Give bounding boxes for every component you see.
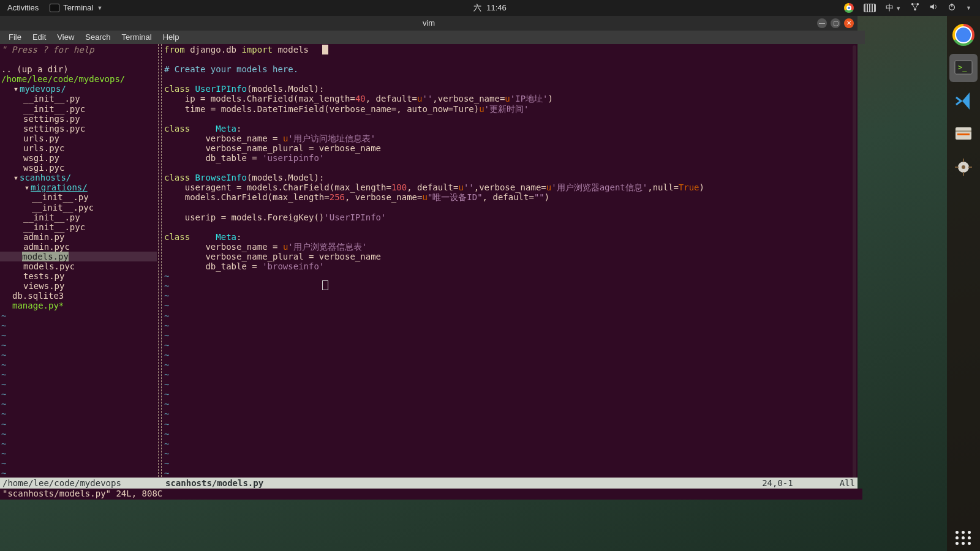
nerdtree-pane[interactable]: " Press ? for help .. (up a dir)/home/le… — [0, 44, 158, 498]
sound-icon[interactable] — [929, 2, 938, 13]
tree-item[interactable]: wsgi.pyc — [1, 163, 157, 173]
tilde: ~ — [164, 380, 855, 389]
tilde: ~ — [1, 331, 157, 340]
code-line — [164, 74, 855, 84]
dock-files[interactable] — [949, 120, 978, 148]
status-right-file: scanhosts/models.py — [163, 478, 266, 488]
clock-day: 六 — [473, 4, 481, 13]
svg-rect-9 — [957, 133, 970, 135]
menu-search[interactable]: Search — [80, 32, 115, 43]
system-menu-chevron-icon[interactable]: ▼ — [966, 5, 971, 11]
tree-item[interactable]: __init__.py — [1, 212, 157, 222]
menu-terminal[interactable]: Terminal — [117, 32, 157, 43]
tree-item[interactable]: wsgi.py — [1, 153, 157, 163]
tree-item[interactable]: urls.py — [1, 133, 157, 143]
power-icon[interactable] — [948, 2, 956, 13]
code-line: class Meta: — [164, 124, 855, 133]
tree-cwd[interactable]: /home/lee/code/mydevops/ — [1, 74, 157, 84]
app-menu-label: Terminal — [63, 4, 93, 13]
menu-help[interactable]: Help — [158, 32, 184, 43]
menu-file[interactable]: File — [4, 32, 26, 43]
tree-item[interactable]: __init__.pyc — [1, 104, 157, 114]
code-line — [164, 203, 855, 212]
tilde: ~ — [164, 439, 855, 449]
code-line: time = models.DateTimeField(verbose_name… — [164, 104, 855, 114]
vim-cmdline[interactable]: "scanhosts/models.py" 24L, 808C — [0, 489, 862, 500]
desktop: Activities Terminal ▼ 六 11:46 中 ▼ — [0, 0, 980, 551]
tilde: ~ — [1, 321, 157, 331]
dock: >_ — [947, 16, 980, 551]
tree-item[interactable]: __init__.py — [1, 192, 157, 202]
tilde: ~ — [1, 459, 157, 468]
editor-pane[interactable]: from django.db import models # Create yo… — [162, 44, 858, 498]
tilde: ~ — [164, 271, 855, 281]
menu-edit[interactable]: Edit — [28, 32, 51, 43]
svg-rect-8 — [956, 130, 971, 132]
keyboard-icon[interactable] — [864, 4, 876, 12]
tree-item[interactable]: views.py — [1, 281, 157, 291]
vim-area: " Press ? for help .. (up a dir)/home/le… — [0, 44, 858, 498]
tree-item[interactable]: manage.py* — [1, 301, 157, 310]
tilde: ~ — [164, 370, 855, 380]
tilde: ~ — [1, 311, 157, 321]
tree-item[interactable]: ▾scanhosts/ — [1, 173, 157, 182]
tree-item[interactable]: settings.py — [1, 114, 157, 124]
close-button[interactable]: ✕ — [844, 18, 854, 28]
code-line: verbose_name = u'用户浏览器信息表' — [164, 242, 855, 252]
tilde: ~ — [1, 399, 157, 409]
app-menu[interactable]: Terminal ▼ — [50, 4, 102, 13]
scrollbar[interactable] — [853, 45, 856, 497]
dock-terminal[interactable]: >_ — [949, 54, 978, 82]
code-line: class Meta: — [164, 232, 855, 242]
tilde: ~ — [164, 350, 855, 360]
dock-apps-button[interactable] — [956, 531, 971, 545]
tilde: ~ — [1, 468, 157, 478]
chrome-status-icon[interactable] — [844, 3, 854, 13]
tilde: ~ — [164, 360, 855, 370]
tilde: ~ — [1, 380, 157, 389]
window-titlebar[interactable]: vim — ▢ ✕ — [0, 16, 858, 31]
tree-item[interactable]: urls.pyc — [1, 143, 157, 153]
dock-vscode[interactable] — [949, 87, 978, 115]
svg-point-11 — [962, 165, 965, 169]
clock[interactable]: 六 11:46 — [473, 4, 507, 13]
dock-settings[interactable] — [949, 153, 978, 181]
tree-updir[interactable]: .. (up a dir) — [1, 64, 157, 74]
code-line: # Create your models here. — [164, 64, 855, 74]
window-title: vim — [423, 19, 435, 28]
activities-button[interactable]: Activities — [7, 4, 39, 13]
tree-item[interactable]: __init__.py — [1, 94, 157, 103]
ime-indicator[interactable]: 中 ▼ — [886, 4, 902, 13]
tilde: ~ — [164, 429, 855, 439]
tree-item[interactable]: models.pyc — [1, 261, 157, 271]
code-line: verbose_name = u'用户访问地址信息表' — [164, 133, 855, 143]
menu-view[interactable]: View — [52, 32, 79, 43]
tree-item[interactable]: ▾migrations/ — [1, 182, 157, 192]
tilde: ~ — [164, 409, 855, 419]
tree-item[interactable]: admin.pyc — [1, 242, 157, 252]
tree-item[interactable]: models.py — [0, 252, 157, 261]
network-icon[interactable] — [911, 2, 919, 13]
code-line: verbose_name_plural = verbose_name — [164, 143, 855, 153]
minimize-button[interactable]: — — [817, 18, 827, 28]
dock-chrome[interactable] — [949, 21, 978, 49]
tilde: ~ — [1, 389, 157, 399]
tree-item[interactable]: ▾mydevops/ — [1, 84, 157, 94]
cursor — [322, 45, 328, 54]
tilde: ~ — [1, 370, 157, 380]
tree-item[interactable]: __init__.pyc — [1, 222, 157, 232]
tilde: ~ — [1, 419, 157, 429]
code-line: useragent = models.CharField(max_length=… — [164, 182, 855, 192]
tilde: ~ — [1, 449, 157, 459]
tilde: ~ — [164, 281, 855, 291]
maximize-button[interactable]: ▢ — [831, 18, 840, 28]
tree-item[interactable]: tests.py — [1, 271, 157, 281]
tree-item[interactable]: settings.pyc — [1, 124, 157, 133]
svg-text:>_: >_ — [958, 63, 967, 72]
tree-item[interactable]: __init__.pyc — [1, 203, 157, 212]
code-line — [164, 222, 855, 232]
tree-item[interactable]: admin.py — [1, 232, 157, 242]
tilde: ~ — [164, 399, 855, 409]
tilde: ~ — [1, 409, 157, 419]
tree-item[interactable]: db.sqlite3 — [1, 291, 157, 301]
